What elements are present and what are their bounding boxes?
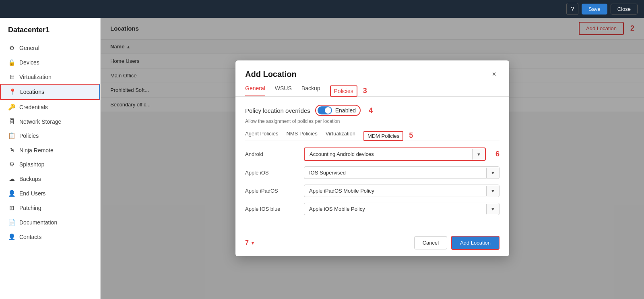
policies-icon: 📋 [8,132,15,139]
select-apple-ios-blue[interactable]: Apple iOS Mobile Policy ▼ [304,203,500,215]
policy-override-label: Policy location overrides [245,107,310,114]
annotation-3: 3 [363,87,367,95]
sidebar-item-devices[interactable]: 🔒 Devices [0,55,100,70]
modal-close-button[interactable]: × [489,69,500,80]
sub-tab-agent-policies[interactable]: Agent Policies [245,131,278,141]
sidebar-label-devices: Devices [19,59,39,66]
sidebar-label-network-storage: Network Storage [19,118,61,125]
select-value-apple-ipados: Apple iPadOS Mobile Policy [304,185,486,197]
dropdown-arrow-apple-ios[interactable]: ▼ [486,168,499,178]
dropdown-arrow-apple-ipados[interactable]: ▼ [486,186,499,196]
sidebar-item-end-users[interactable]: 👤 End Users [0,186,100,201]
policy-override-row: Policy location overrides Enabled 4 [245,105,500,116]
sidebar-label-locations: Locations [20,89,44,95]
sidebar-label-general: General [19,45,39,51]
sidebar-item-contacts[interactable]: 👤 Contacts [0,230,100,244]
sidebar-label-ninja-remote: Ninja Remote [19,147,54,154]
sidebar-label-credentials: Credentials [19,104,48,110]
select-value-android: Accounting Android devices [305,148,472,160]
step-number: 7 [245,239,249,247]
ninja-remote-icon: 🖱 [8,147,15,154]
sidebar-item-locations[interactable]: 📍 Locations [0,84,100,100]
sub-tabs: Agent Policies NMS Policies Virtualizati… [245,131,500,141]
step-indicator: 7 ▼ [245,239,255,247]
dropdown-arrow-apple-ios-blue[interactable]: ▼ [486,204,499,214]
sidebar-title: Datacenter1 [0,26,100,41]
sidebar-item-policies[interactable]: 📋 Policies [0,129,100,143]
form-fields: Android Accounting Android devices ▼ 6 A… [245,147,500,215]
sidebar-item-patching[interactable]: ⊞ Patching [0,201,100,215]
modal-header: Add Location × [235,60,509,80]
select-apple-ipados[interactable]: Apple iPadOS Mobile Policy ▼ [304,185,500,197]
policy-override-toggle[interactable] [318,106,332,114]
dropdown-arrow-android[interactable]: ▼ [472,149,485,160]
patching-icon: ⊞ [8,204,15,212]
form-field-apple-ios-blue: Apple IOS blue Apple iOS Mobile Policy ▼ [245,203,500,215]
form-field-apple-ipados: Apple iPadOS Apple iPadOS Mobile Policy … [245,185,500,197]
sidebar-label-virtualization: Virtualization [19,74,52,80]
select-value-apple-ios: IOS Supervised [304,167,486,179]
dropdown-android: Accounting Android devices ▼ [304,147,486,161]
add-location-modal-button[interactable]: Add Location [451,236,500,250]
splashtop-icon: ⚙ [8,161,15,168]
sidebar-label-contacts: Contacts [19,234,41,240]
help-button[interactable]: ? [566,3,578,15]
close-button[interactable]: Close [611,4,638,15]
modal-tabs: General WSUS Backup Policies 3 [235,80,509,97]
select-android[interactable]: Accounting Android devices ▼ [304,147,486,161]
select-value-apple-ios-blue: Apple iOS Mobile Policy [304,203,486,215]
sidebar-item-backups[interactable]: ☁ Backups [0,172,100,186]
end-users-icon: 👤 [8,190,15,197]
policy-override-desc: Allow the assignment of policies per loc… [245,118,500,124]
content-area: Locations Add Location 2 Name ▲ Home Use… [101,18,644,299]
credentials-icon: 🔑 [8,104,15,111]
dropdown-apple-ios: IOS Supervised ▼ [304,166,500,179]
modal: Add Location × General WSUS Backup Polic… [235,60,509,256]
tab-policies[interactable]: Policies [330,85,357,97]
modal-body: Policy location overrides Enabled 4 Allo… [235,97,509,229]
dropdown-apple-ios-blue: Apple iOS Mobile Policy ▼ [304,203,500,215]
documentation-icon: 📄 [8,219,15,226]
sidebar-item-network-storage[interactable]: 🗄 Network Storage [0,114,100,129]
locations-icon: 📍 [9,88,16,96]
sidebar-item-splashtop[interactable]: ⚙ Splashtop [0,157,100,172]
cancel-button[interactable]: Cancel [414,236,447,249]
step-chevron: ▼ [250,240,255,246]
sidebar: Datacenter1 ⚙ General 🔒 Devices 🖥 Virtua… [0,18,101,299]
sub-tab-nms-policies[interactable]: NMS Policies [286,131,317,141]
sub-tab-virtualization[interactable]: Virtualization [326,131,355,141]
tab-backup[interactable]: Backup [301,85,320,96]
sidebar-item-documentation[interactable]: 📄 Documentation [0,215,100,230]
tab-wsus[interactable]: WSUS [275,85,292,96]
form-field-apple-ios: Apple iOS IOS Supervised ▼ [245,166,500,179]
network-storage-icon: 🗄 [8,118,15,125]
sidebar-item-ninja-remote[interactable]: 🖱 Ninja Remote [0,143,100,157]
sidebar-label-documentation: Documentation [19,219,57,226]
contacts-icon: 👤 [8,233,15,241]
sidebar-label-backups: Backups [19,176,41,182]
toggle-label: Enabled [335,107,356,114]
sidebar-item-credentials[interactable]: 🔑 Credentials [0,100,100,114]
sidebar-label-patching: Patching [19,205,41,211]
dropdown-apple-ipados: Apple iPadOS Mobile Policy ▼ [304,185,500,197]
main-layout: Datacenter1 ⚙ General 🔒 Devices 🖥 Virtua… [0,18,644,299]
devices-icon: 🔒 [8,59,15,66]
topbar: ? Save Close [0,0,644,18]
modal-title: Add Location [245,70,297,79]
modal-overlay[interactable]: Add Location × General WSUS Backup Polic… [101,18,644,299]
form-field-android: Android Accounting Android devices ▼ 6 [245,147,500,161]
select-apple-ios[interactable]: IOS Supervised ▼ [304,166,500,179]
modal-footer: 7 ▼ Cancel Add Location [235,229,509,256]
sidebar-label-policies: Policies [19,133,39,139]
save-button[interactable]: Save [582,4,607,15]
sidebar-label-end-users: End Users [19,190,45,197]
sub-tab-mdm-policies[interactable]: MDM Policies [363,131,403,141]
annotation-6: 6 [495,150,500,158]
sidebar-label-splashtop: Splashtop [19,161,44,168]
annotation-5: 5 [409,131,413,140]
tab-general[interactable]: General [245,85,265,96]
toggle-container[interactable]: Enabled [315,105,361,116]
backups-icon: ☁ [8,175,15,183]
sidebar-item-general[interactable]: ⚙ General [0,41,100,55]
sidebar-item-virtualization[interactable]: 🖥 Virtualization [0,70,100,84]
